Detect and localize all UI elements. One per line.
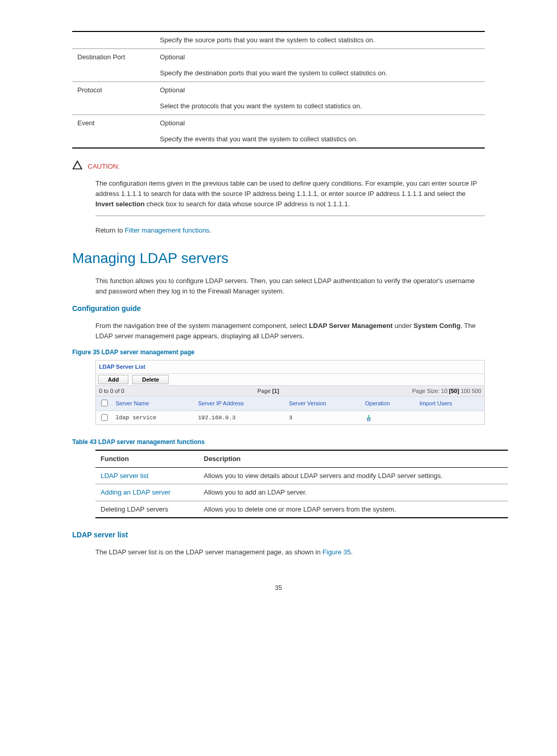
- page-title: Managing LDAP servers: [72, 248, 485, 269]
- row3-l2: Specify the events that you want the sys…: [155, 131, 485, 148]
- ldap-panel-title: LDAP Server List: [96, 360, 484, 373]
- row3-label: Event: [72, 114, 155, 148]
- row3-l1: Optional: [155, 114, 485, 131]
- svg-rect-2: [369, 419, 370, 421]
- desc-deleting-ldap: Allows you to delete one or more LDAP se…: [199, 501, 508, 518]
- caution-icon: [72, 159, 83, 174]
- row2-l2: Select the protocols that you want the s…: [155, 98, 485, 114]
- intro-text: This function allows you to configure LD…: [95, 276, 485, 296]
- spec-table: Specify the source ports that you want t…: [72, 31, 485, 149]
- row-checkbox[interactable]: [101, 414, 108, 421]
- caution-label: CAUTION:: [88, 161, 120, 172]
- svg-rect-1: [367, 419, 368, 421]
- cg-pre: From the navigation tree of the system m…: [95, 322, 309, 330]
- caution-text-before: The configuration items given in the pre…: [95, 179, 477, 198]
- ldap-server-list-heading: LDAP server list: [72, 530, 485, 540]
- lls-pre: The LDAP server list is on the LDAP serv…: [95, 548, 322, 556]
- return-link[interactable]: Filter management functions: [125, 226, 209, 234]
- ldap-toolbar: Add Delete: [96, 373, 484, 386]
- row2-l1: Optional: [155, 81, 485, 98]
- row0-desc: Specify the source ports that you want t…: [155, 31, 485, 48]
- config-guide-heading: Configuration guide: [72, 303, 485, 314]
- return-line: Return to Filter management functions.: [95, 225, 485, 236]
- cell-server-version: 3: [286, 410, 362, 424]
- col-server-version[interactable]: Server Version: [286, 397, 362, 410]
- delete-button[interactable]: Delete: [132, 375, 169, 384]
- pager-right-prefix: Page Size:: [412, 388, 441, 394]
- ldap-server-list-text: The LDAP server list is on the LDAP serv…: [95, 547, 485, 557]
- ldap-grid: Server Name Server IP Address Server Ver…: [96, 397, 484, 424]
- caution-bold: Invert selection: [95, 200, 144, 208]
- func-ldap-server-list[interactable]: LDAP server list: [101, 472, 149, 480]
- cell-server-name: ldap service: [112, 410, 195, 424]
- figure35-link[interactable]: Figure 35: [322, 548, 351, 556]
- table43-caption: Table 43 LDAP server management function…: [72, 437, 485, 447]
- svg-rect-3: [366, 418, 371, 419]
- table-row: ldap service 192.168.0.3 3: [96, 410, 484, 424]
- row2-label: Protocol: [72, 81, 155, 114]
- th-function: Function: [95, 450, 199, 467]
- col-import-users[interactable]: Import Users: [416, 397, 484, 410]
- edit-icon[interactable]: [365, 415, 372, 422]
- figure35-caption: Figure 35 LDAP server management page: [72, 348, 485, 357]
- pager-right: Page Size: 10 [50] 100 500: [412, 387, 481, 396]
- page-number: 35: [72, 583, 485, 593]
- col-server-ip[interactable]: Server IP Address: [195, 397, 286, 410]
- page-size-10[interactable]: 10: [441, 388, 447, 394]
- functions-table: Function Description LDAP server list Al…: [95, 450, 508, 518]
- table-row: LDAP server list Allows you to view deta…: [95, 467, 508, 484]
- cg-b2: System Config: [414, 322, 461, 330]
- func-adding-ldap[interactable]: Adding an LDAP server: [101, 488, 171, 496]
- table-row: Deleting LDAP servers Allows you to dele…: [95, 501, 508, 518]
- func-deleting-ldap: Deleting LDAP servers: [101, 505, 168, 513]
- cell-server-ip: 192.168.0.3: [195, 410, 286, 424]
- desc-adding-ldap: Allows you to add an LDAP server.: [199, 484, 508, 501]
- pager-left: 0 to 0 of 0: [99, 387, 124, 396]
- caution-text-after: check box to search for data whose sourc…: [144, 200, 350, 208]
- ldap-pager: 0 to 0 of 0 Page [1] Page Size: 10 [50] …: [96, 386, 484, 397]
- page-size-100[interactable]: 100: [461, 388, 470, 394]
- col-server-name[interactable]: Server Name: [112, 397, 195, 410]
- row1-label: Destination Port: [72, 48, 155, 81]
- row1-l1: Optional: [155, 48, 485, 65]
- ldap-server-list-panel: LDAP Server List Add Delete 0 to 0 of 0 …: [95, 360, 485, 425]
- add-button[interactable]: Add: [98, 375, 128, 384]
- return-prefix: Return to: [95, 226, 125, 234]
- th-description: Description: [199, 450, 508, 467]
- cg-mid: under: [392, 322, 413, 330]
- lls-post: .: [351, 548, 353, 556]
- select-all-checkbox[interactable]: [101, 400, 108, 406]
- table-row: Adding an LDAP server Allows you to add …: [95, 484, 508, 501]
- config-guide-text: From the navigation tree of the system m…: [95, 321, 485, 341]
- row1-l2: Specify the destination ports that you w…: [155, 65, 485, 81]
- col-operation[interactable]: Operation: [362, 397, 417, 410]
- svg-rect-0: [368, 415, 369, 418]
- pager-mid: Page [1]: [257, 387, 279, 396]
- cg-b1: LDAP Server Management: [309, 322, 392, 330]
- caution-header: CAUTION:: [72, 159, 485, 174]
- page-size-50[interactable]: [50]: [449, 388, 460, 394]
- return-suffix: .: [209, 226, 211, 234]
- caution-body: The configuration items given in the pre…: [95, 174, 485, 216]
- desc-ldap-server-list: Allows you to view details about LDAP se…: [199, 467, 508, 484]
- page-size-500[interactable]: 500: [472, 388, 481, 394]
- pager-mid-prefix: Page: [257, 388, 272, 394]
- pager-mid-num: [1]: [272, 388, 279, 394]
